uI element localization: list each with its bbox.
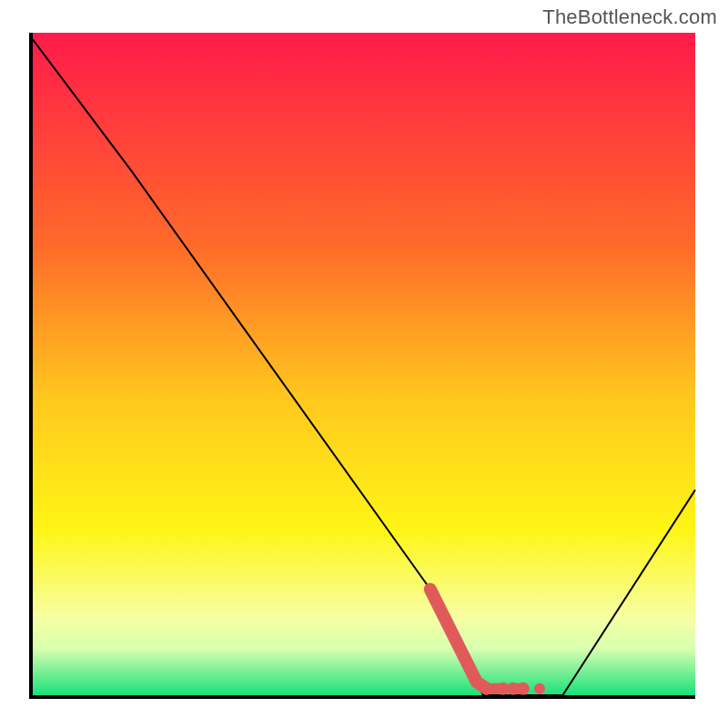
bottleneck-chart — [0, 0, 728, 728]
plot-background — [33, 33, 695, 695]
chart-container: TheBottleneck.com — [0, 0, 728, 728]
series-highlight-segment-dot — [534, 683, 545, 694]
